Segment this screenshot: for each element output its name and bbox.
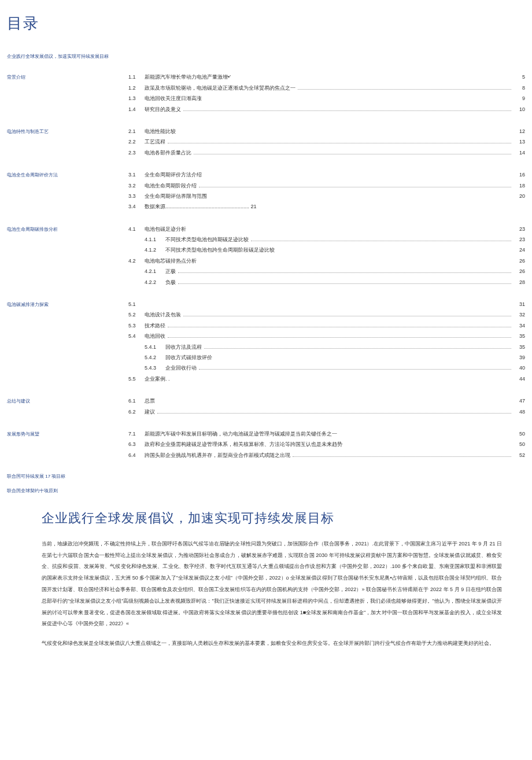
- toc-entry-page: 14: [513, 149, 525, 157]
- toc-entry[interactable]: 6.2建议48: [128, 408, 525, 416]
- toc-section: 电池特性与制造工艺2.1电池性能比较122.2工艺流程132.3电池各部件质量占…: [7, 127, 525, 159]
- toc-entry[interactable]: 5.4电池回收35: [128, 332, 525, 340]
- toc-entry[interactable]: 3.2电池生命周期阶段介绍18: [128, 182, 525, 190]
- appendix-link[interactable]: 联合国全球契约十项原则: [7, 488, 525, 495]
- toc-entry-text: 电池回收: [145, 332, 165, 340]
- toc-entry-number: 4.2.1: [128, 267, 165, 275]
- toc-entry-text: 不同技术类型电池包跨期碳足迹比较: [165, 235, 249, 244]
- toc-entry-number: 1.2: [128, 84, 145, 92]
- toc-section-items: 3.1全生命周期评价方法介绍163.2电池生命周期阶段介绍183.3全生命周期评…: [128, 171, 525, 213]
- toc-entry[interactable]: 1.3电池回收关注度日渐高涨9: [128, 94, 525, 102]
- toc-leader-dots: [178, 283, 511, 284]
- toc-entry[interactable]: 6.1总票47: [128, 397, 525, 405]
- toc-entry[interactable]: 1.1新能源汽车增长带动力电池产量激增•'5: [128, 73, 525, 81]
- toc-entry[interactable]: 5.4.1回收方法及流程35: [128, 343, 525, 351]
- toc-entry-number: 4.1: [128, 225, 145, 233]
- toc-entry[interactable]: 4.1.2不同技术类型电池包跨生命周期阶段碳足迹比较24: [128, 246, 525, 254]
- toc-entry-page: 50: [513, 430, 525, 438]
- toc-entry[interactable]: 2.2工艺流程13: [128, 138, 525, 146]
- toc-entry-page: 23: [513, 235, 525, 244]
- toc-leader-dots: [199, 187, 511, 187]
- toc-entry-text: 研究目的及意义: [145, 105, 181, 113]
- toc-entry-text: 正极: [165, 267, 176, 275]
- toc-entry[interactable]: 7.1新能源汽车碳中和发展目标明确，动力电池碳足迹管理与碳减排是当前关键任务之一…: [128, 430, 525, 438]
- toc-entry[interactable]: 4.2电池电芯碳排热点分析26: [128, 257, 525, 265]
- toc-entry[interactable]: 5.4.3企业回收行动40: [128, 364, 525, 372]
- toc-leader-dots: [168, 143, 511, 143]
- toc-entry-number: 4.2: [128, 257, 145, 265]
- toc-entry-text: 电池包碳足迹分析: [145, 225, 186, 233]
- toc-entry-number: 3.3: [128, 192, 145, 200]
- toc-entry-page: 26: [513, 267, 525, 275]
- toc-section-heading[interactable]: 电池碳减排潜力探索: [7, 300, 128, 309]
- toc-section: 发展形势与展望7.1新能源汽车碳中和发展目标明确，动力电池碳足迹管理与碳减排是当…: [7, 430, 525, 462]
- appendix-link[interactable]: 联合国可持续发展 17 项目标: [7, 473, 525, 481]
- toc-entry-number: 5.1: [128, 300, 145, 308]
- toc-entry[interactable]: 4.2.2负极28: [128, 278, 525, 286]
- toc-entry-page: 13: [513, 138, 525, 146]
- toc-entry-text: 政府和企业亟需构建碳足迹管理体系，相关核算标准、方法论等跨国互认也是未来趋势: [145, 440, 342, 448]
- toc-section: 电池碳减排潜力探索5.1315.2电池设计及包装325.3技术路径345.4电池…: [7, 300, 525, 385]
- toc-entry[interactable]: 3.4数据来源.................................…: [128, 202, 525, 211]
- toc-section-items: 2.1电池性能比较122.2工艺流程132.3电池各部件质量占比14: [128, 127, 525, 159]
- toc-section-heading[interactable]: 发展形势与展望: [7, 430, 128, 438]
- toc-entry-page: 16: [513, 171, 525, 179]
- toc-entry-page: 47: [513, 397, 525, 405]
- toc-section-heading[interactable]: 电池生命周期碳排放分析: [7, 225, 128, 234]
- toc-leader-dots: [251, 241, 511, 241]
- toc-entry[interactable]: 6.3政府和企业亟需构建碳足迹管理体系，相关核算标准、方法论等跨国互认也是未来趋…: [128, 440, 525, 448]
- toc-section-items: 4.1电池包碳足迹分析234.1.1不同技术类型电池包跨期碳足迹比较234.1.…: [128, 225, 525, 289]
- toc-entry[interactable]: 4.2.1正极26: [128, 267, 525, 275]
- toc-entry-text: 电池各部件质量占比: [145, 149, 191, 157]
- toc-leader-dots: [194, 154, 511, 154]
- toc-entry-number: 5.3: [128, 322, 145, 330]
- toc-entry[interactable]: 5.2电池设计及包装32: [128, 311, 525, 319]
- toc-section-heading[interactable]: 总结与建议: [7, 397, 128, 405]
- toc-entry-number: 5.4.2: [128, 353, 165, 361]
- toc-entry-page: 32: [513, 311, 525, 319]
- toc-section-heading[interactable]: 背景介绍: [7, 73, 128, 82]
- toc-entry[interactable]: 2.3电池各部件质量占比14: [128, 149, 525, 157]
- toc-entry[interactable]: 4.1.1不同技术类型电池包跨期碳足迹比较23: [128, 235, 525, 244]
- toc-entry-number: 2.3: [128, 149, 145, 157]
- toc-entry[interactable]: 5.4.2回收方式碳排放评价39: [128, 353, 525, 361]
- toc-entry-number: 1.3: [128, 94, 145, 102]
- toc-section-heading[interactable]: 电池特性与制造工艺: [7, 127, 128, 136]
- toc-entry-number: 4.2.2: [128, 278, 165, 286]
- toc-entry-text: 总票: [145, 397, 155, 405]
- toc-entry-number: 5.4.1: [128, 343, 165, 351]
- toc-section: 电池全生命周期评价方法3.1全生命周期评价方法介绍163.2电池生命周期阶段介绍…: [7, 171, 525, 213]
- toc-entry[interactable]: 4.1电池包碳足迹分析23: [128, 225, 525, 233]
- toc-entry[interactable]: 5.3技术路径34: [128, 322, 525, 330]
- toc-entry[interactable]: 5.131: [128, 300, 525, 308]
- toc-entry-number: 3.2: [128, 182, 145, 190]
- toc-entry-page: 44: [513, 375, 525, 383]
- toc-entry-page: 9: [513, 94, 525, 102]
- toc-entry[interactable]: 3.1全生命周期评价方法介绍16: [128, 171, 525, 179]
- toc-section-heading[interactable]: 电池全生命周期评价方法: [7, 171, 128, 179]
- page-title: 目录: [7, 12, 525, 36]
- toc-entry-number: 3.4: [128, 202, 145, 211]
- toc-entry-page: 35: [513, 332, 525, 340]
- toc-entry[interactable]: 1.4研究目的及意义10: [128, 105, 525, 113]
- toc-entry-number: 5.5: [128, 375, 145, 383]
- toc-entry[interactable]: 6.4跨国头部企业挑战与机遇并存，新型商业合作新模式或随之出现52: [128, 451, 525, 459]
- toc-entry-page: 52: [513, 451, 525, 459]
- toc-leader-dots: [293, 456, 511, 457]
- toc-entry-page: 34: [513, 322, 525, 330]
- toc-entry[interactable]: 2.1电池性能比较12: [128, 127, 525, 135]
- toc-entry-page: 31: [513, 300, 525, 308]
- toc-entry-number: 2.2: [128, 138, 145, 146]
- toc-entry[interactable]: 5.5企业案例. .44: [128, 375, 525, 383]
- toc-entry-number: 4.1.1: [128, 235, 165, 244]
- toc-entry-page: 24: [513, 246, 525, 254]
- toc-entry-text: 电池生命周期阶段介绍: [145, 182, 197, 190]
- toc-entry-text: 政策及市场双轮驱动，电池碳足迹正逐渐成为全球贸易的焦点之一: [145, 84, 295, 92]
- toc-entry-page: 8: [513, 84, 525, 92]
- toc-entry[interactable]: 1.2政策及市场双轮驱动，电池碳足迹正逐渐成为全球贸易的焦点之一8: [128, 84, 525, 92]
- toc-entry-text: 负极: [165, 278, 176, 286]
- toc-section: 电池生命周期碳排放分析4.1电池包碳足迹分析234.1.1不同技术类型电池包跨期…: [7, 225, 525, 289]
- toc-entry-text: 电池性能比较: [145, 127, 176, 135]
- toc-entry-number: 6.3: [128, 440, 145, 448]
- toc-entry[interactable]: 3.3全生命周期评估界限与范围20: [128, 192, 525, 200]
